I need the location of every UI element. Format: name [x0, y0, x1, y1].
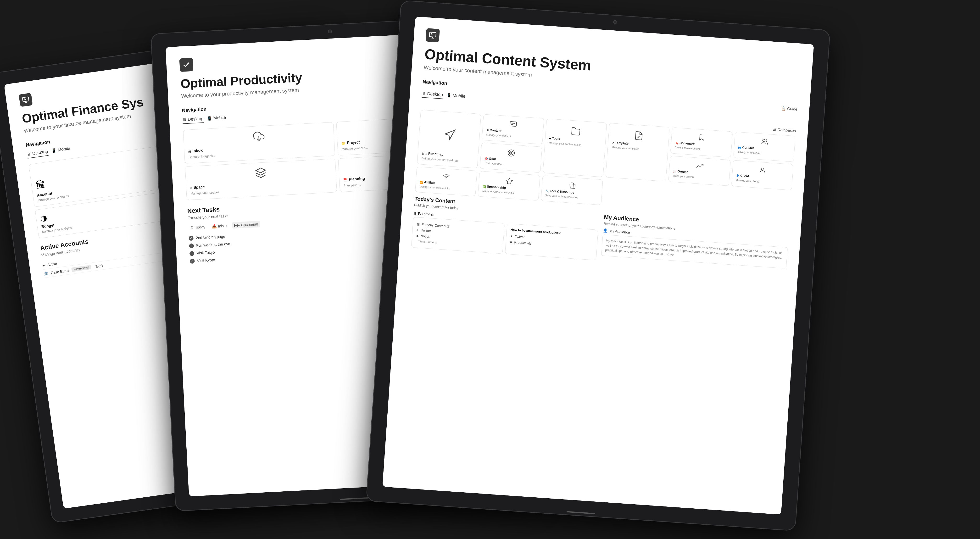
content-card-client[interactable]: 👤 Client Manage your clients — [731, 160, 793, 190]
finance-tab-mobile[interactable]: 📱 Mobile — [51, 145, 71, 155]
svg-point-15 — [509, 151, 513, 155]
content-card-affiliate[interactable]: 📶 Affiliate Manage your affiliate links — [415, 167, 477, 196]
content-card-sponsorship[interactable]: ✅ Sponsorship Manage your sponsorships — [478, 171, 540, 200]
svg-rect-8 — [510, 122, 517, 126]
task-tab-upcoming[interactable]: ▶▶Upcoming — [232, 221, 260, 229]
content-tab-mobile[interactable]: 📱 Mobile — [446, 91, 466, 100]
content-card-bookmark[interactable]: 🔖 Bookmark Save & reuse content — [670, 127, 733, 157]
productivity-tab-desktop[interactable]: 🖥 Desktop — [182, 115, 204, 124]
svg-point-14 — [508, 149, 515, 156]
content-card-template[interactable]: ✓ Template Manage your templates — [606, 123, 670, 181]
task-tab-inbox[interactable]: 📥Inbox — [210, 223, 229, 230]
content-tab-desktop[interactable]: 🖥 Desktop — [422, 90, 443, 99]
finance-tab-desktop[interactable]: 🖥 Desktop — [27, 148, 49, 159]
content-nav-label: Navigation — [423, 79, 447, 86]
tablet-content: Optimal Content System Welcome to your c… — [366, 0, 830, 531]
content-publish-card2: How to become more productive? ✦Twitter … — [505, 223, 598, 260]
svg-point-17 — [762, 168, 764, 170]
content-card-content[interactable]: ⊞ Content Manage your content — [482, 114, 544, 144]
svg-rect-7 — [430, 32, 436, 37]
content-card-contact[interactable]: 👥 Contact Save your relations — [733, 132, 795, 162]
svg-line-10 — [511, 124, 513, 125]
content-card-roadmap[interactable]: ⊞⊞ Roadmap Define your content roadmap — [417, 110, 481, 169]
guide-label: 📋Guide — [781, 106, 797, 112]
content-card-tool[interactable]: 🔧 Tool & Resource Save your tools & reso… — [541, 175, 603, 205]
content-card-topic[interactable]: ◆ Topic Manage your content topics — [542, 118, 607, 177]
content-publish-card1: ⊞Famous Content 2 ✦Twitter ◆Notion Clien… — [411, 217, 504, 254]
svg-point-13 — [762, 139, 765, 142]
content-screen: Optimal Content System Welcome to your c… — [382, 16, 814, 515]
svg-point-16 — [511, 153, 512, 154]
productivity-card-inbox[interactable]: ⊞ Inbox Capture & organize — [183, 122, 335, 164]
task-tab-today[interactable]: 🗓Today — [188, 224, 207, 231]
svg-marker-2 — [256, 168, 265, 173]
productivity-card-space[interactable]: ≡ Space Manage your spaces — [185, 159, 337, 200]
svg-line-9 — [512, 123, 515, 124]
content-card-growth[interactable]: 📈 Growth Track your growth — [668, 156, 730, 186]
svg-marker-19 — [506, 178, 512, 184]
productivity-tab-mobile[interactable]: 📱 Mobile — [207, 114, 226, 123]
content-card-goal[interactable]: 🎯 Goal Track your goals — [480, 143, 542, 173]
svg-rect-20 — [569, 184, 575, 189]
